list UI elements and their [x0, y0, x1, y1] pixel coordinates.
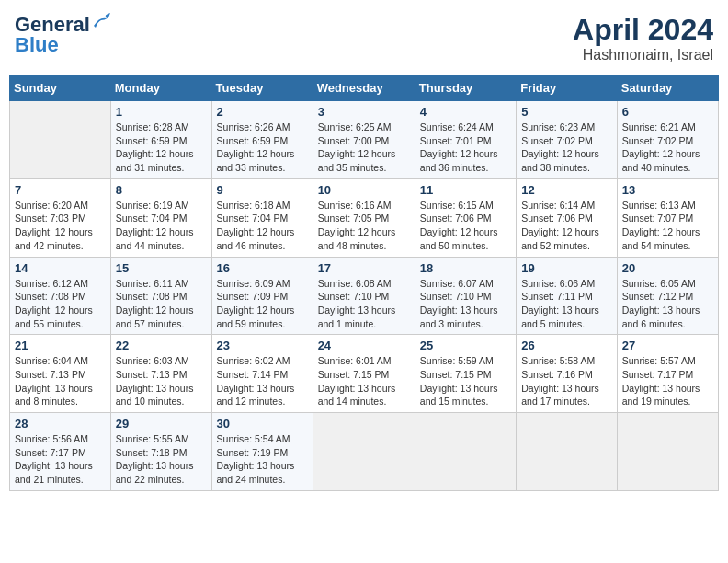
logo-blue: Blue	[15, 33, 59, 57]
calendar-cell: 15Sunrise: 6:11 AMSunset: 7:08 PMDayligh…	[110, 257, 211, 335]
calendar-cell: 30Sunrise: 5:54 AMSunset: 7:19 PMDayligh…	[211, 413, 313, 491]
calendar-cell: 11Sunrise: 6:15 AMSunset: 7:06 PMDayligh…	[415, 178, 516, 257]
day-number: 3	[318, 105, 410, 119]
day-number: 28	[15, 417, 106, 431]
logo-bird-icon	[92, 13, 112, 29]
calendar-cell: 20Sunrise: 6:05 AMSunset: 7:12 PMDayligh…	[617, 257, 718, 335]
day-number: 9	[217, 183, 308, 197]
calendar-cell: 3Sunrise: 6:25 AMSunset: 7:00 PMDaylight…	[313, 101, 415, 179]
day-number: 17	[318, 261, 410, 275]
day-info: Sunrise: 5:59 AMSunset: 7:15 PMDaylight:…	[420, 354, 511, 408]
day-info: Sunrise: 6:28 AMSunset: 6:59 PMDaylight:…	[116, 121, 207, 175]
week-row-1: 1Sunrise: 6:28 AMSunset: 6:59 PMDaylight…	[10, 101, 719, 179]
day-info: Sunrise: 6:11 AMSunset: 7:08 PMDaylight:…	[116, 277, 207, 331]
day-info: Sunrise: 5:54 AMSunset: 7:19 PMDaylight:…	[217, 432, 308, 487]
calendar-cell: 7Sunrise: 6:20 AMSunset: 7:03 PMDaylight…	[10, 178, 111, 257]
week-row-5: 28Sunrise: 5:56 AMSunset: 7:17 PMDayligh…	[10, 413, 719, 491]
calendar-cell: 14Sunrise: 6:12 AMSunset: 7:08 PMDayligh…	[10, 257, 111, 335]
day-number: 1	[116, 105, 207, 119]
header-day-monday: Monday	[110, 75, 211, 101]
day-number: 12	[521, 183, 612, 197]
calendar-cell: 13Sunrise: 6:13 AMSunset: 7:07 PMDayligh…	[617, 178, 718, 257]
day-info: Sunrise: 6:16 AMSunset: 7:05 PMDaylight:…	[318, 199, 410, 253]
calendar-cell: 4Sunrise: 6:24 AMSunset: 7:01 PMDaylight…	[415, 101, 516, 179]
day-info: Sunrise: 6:08 AMSunset: 7:10 PMDaylight:…	[318, 277, 410, 331]
calendar-cell: 10Sunrise: 6:16 AMSunset: 7:05 PMDayligh…	[313, 178, 415, 257]
day-number: 25	[420, 339, 511, 352]
calendar-cell: 24Sunrise: 6:01 AMSunset: 7:15 PMDayligh…	[313, 335, 415, 413]
calendar-cell	[617, 413, 718, 491]
header-day-thursday: Thursday	[415, 75, 516, 101]
day-number: 14	[15, 261, 106, 275]
day-info: Sunrise: 6:01 AMSunset: 7:15 PMDaylight:…	[318, 354, 410, 408]
day-number: 30	[217, 417, 308, 431]
day-number: 10	[318, 183, 410, 197]
calendar-cell	[10, 101, 111, 179]
day-info: Sunrise: 6:20 AMSunset: 7:03 PMDaylight:…	[15, 199, 106, 253]
day-number: 8	[116, 183, 207, 197]
calendar-header-row: SundayMondayTuesdayWednesdayThursdayFrid…	[10, 75, 719, 101]
day-number: 19	[521, 261, 612, 275]
day-number: 11	[420, 183, 511, 197]
day-info: Sunrise: 6:24 AMSunset: 7:01 PMDaylight:…	[420, 121, 511, 175]
day-info: Sunrise: 6:18 AMSunset: 7:04 PMDaylight:…	[217, 199, 308, 253]
title-area: April 2024 Hashmonaim, Israel	[573, 13, 713, 63]
day-number: 15	[116, 261, 207, 275]
day-number: 24	[318, 339, 410, 352]
week-row-4: 21Sunrise: 6:04 AMSunset: 7:13 PMDayligh…	[10, 335, 719, 413]
day-number: 22	[116, 339, 207, 352]
month-title: April 2024	[573, 13, 713, 47]
calendar-table: SundayMondayTuesdayWednesdayThursdayFrid…	[9, 75, 719, 491]
day-number: 5	[521, 105, 612, 119]
day-info: Sunrise: 6:06 AMSunset: 7:11 PMDaylight:…	[521, 277, 612, 331]
calendar-cell: 9Sunrise: 6:18 AMSunset: 7:04 PMDaylight…	[211, 178, 313, 257]
logo: General Blue	[15, 13, 112, 57]
calendar-cell: 21Sunrise: 6:04 AMSunset: 7:13 PMDayligh…	[10, 335, 111, 413]
day-info: Sunrise: 6:25 AMSunset: 7:00 PMDaylight:…	[318, 121, 410, 175]
calendar-cell: 16Sunrise: 6:09 AMSunset: 7:09 PMDayligh…	[211, 257, 313, 335]
calendar-cell: 26Sunrise: 5:58 AMSunset: 7:16 PMDayligh…	[517, 335, 618, 413]
calendar-cell: 5Sunrise: 6:23 AMSunset: 7:02 PMDaylight…	[517, 101, 618, 179]
day-info: Sunrise: 6:07 AMSunset: 7:10 PMDaylight:…	[420, 277, 511, 331]
calendar-cell: 25Sunrise: 5:59 AMSunset: 7:15 PMDayligh…	[415, 335, 516, 413]
calendar-cell: 17Sunrise: 6:08 AMSunset: 7:10 PMDayligh…	[313, 257, 415, 335]
day-info: Sunrise: 5:57 AMSunset: 7:17 PMDaylight:…	[622, 354, 713, 408]
day-info: Sunrise: 6:14 AMSunset: 7:06 PMDaylight:…	[521, 199, 612, 253]
calendar-cell: 23Sunrise: 6:02 AMSunset: 7:14 PMDayligh…	[211, 335, 313, 413]
day-info: Sunrise: 6:26 AMSunset: 6:59 PMDaylight:…	[217, 121, 308, 175]
day-info: Sunrise: 6:15 AMSunset: 7:06 PMDaylight:…	[420, 199, 511, 253]
day-number: 21	[15, 339, 106, 352]
day-number: 27	[622, 339, 713, 352]
day-info: Sunrise: 6:05 AMSunset: 7:12 PMDaylight:…	[622, 277, 713, 331]
calendar-cell: 19Sunrise: 6:06 AMSunset: 7:11 PMDayligh…	[517, 257, 618, 335]
header: General Blue April 2024 Hashmonaim, Isra…	[9, 9, 719, 67]
day-info: Sunrise: 6:12 AMSunset: 7:08 PMDaylight:…	[15, 277, 106, 331]
day-number: 20	[622, 261, 713, 275]
week-row-3: 14Sunrise: 6:12 AMSunset: 7:08 PMDayligh…	[10, 257, 719, 335]
week-row-2: 7Sunrise: 6:20 AMSunset: 7:03 PMDaylight…	[10, 178, 719, 257]
header-day-wednesday: Wednesday	[313, 75, 415, 101]
header-day-sunday: Sunday	[10, 75, 111, 101]
day-info: Sunrise: 6:02 AMSunset: 7:14 PMDaylight:…	[217, 354, 308, 408]
day-number: 23	[217, 339, 308, 352]
day-info: Sunrise: 6:13 AMSunset: 7:07 PMDaylight:…	[622, 199, 713, 253]
calendar-body: 1Sunrise: 6:28 AMSunset: 6:59 PMDaylight…	[10, 101, 719, 491]
day-info: Sunrise: 6:19 AMSunset: 7:04 PMDaylight:…	[116, 199, 207, 253]
calendar-cell: 22Sunrise: 6:03 AMSunset: 7:13 PMDayligh…	[110, 335, 211, 413]
header-day-friday: Friday	[517, 75, 618, 101]
day-info: Sunrise: 5:56 AMSunset: 7:17 PMDaylight:…	[15, 432, 106, 487]
calendar-cell: 18Sunrise: 6:07 AMSunset: 7:10 PMDayligh…	[415, 257, 516, 335]
calendar-cell	[313, 413, 415, 491]
calendar-cell: 8Sunrise: 6:19 AMSunset: 7:04 PMDaylight…	[110, 178, 211, 257]
day-info: Sunrise: 6:04 AMSunset: 7:13 PMDaylight:…	[15, 354, 106, 408]
header-day-saturday: Saturday	[617, 75, 718, 101]
day-info: Sunrise: 5:55 AMSunset: 7:18 PMDaylight:…	[116, 432, 207, 487]
calendar-cell: 28Sunrise: 5:56 AMSunset: 7:17 PMDayligh…	[10, 413, 111, 491]
calendar-cell: 1Sunrise: 6:28 AMSunset: 6:59 PMDaylight…	[110, 101, 211, 179]
day-info: Sunrise: 6:03 AMSunset: 7:13 PMDaylight:…	[116, 354, 207, 408]
day-number: 18	[420, 261, 511, 275]
location-title: Hashmonaim, Israel	[573, 47, 713, 63]
day-number: 6	[622, 105, 713, 119]
day-number: 2	[217, 105, 308, 119]
day-info: Sunrise: 6:09 AMSunset: 7:09 PMDaylight:…	[217, 277, 308, 331]
